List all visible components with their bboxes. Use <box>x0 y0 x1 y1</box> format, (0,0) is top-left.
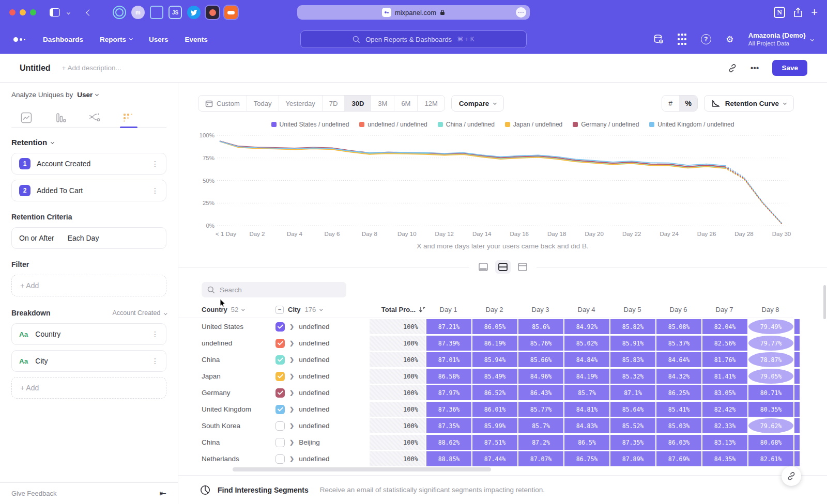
percent-toggle[interactable]: % <box>680 96 697 111</box>
close-window-button[interactable] <box>9 9 16 15</box>
tab-insights[interactable] <box>16 108 37 128</box>
retention-step-2[interactable]: 2Added To Cart⋮ <box>11 180 166 201</box>
retention-criteria-card[interactable]: On or After Each Day <box>11 227 166 249</box>
copy-link-icon[interactable] <box>728 64 737 73</box>
bird-app-icon[interactable] <box>187 6 201 19</box>
global-search[interactable]: Open Reports & Dashboards ⌘ + K <box>300 30 527 48</box>
expand-row-icon[interactable]: ❯ <box>289 323 294 330</box>
minimize-window-button[interactable] <box>20 9 26 15</box>
expand-row-icon[interactable]: ❯ <box>289 373 294 380</box>
row-checkbox[interactable] <box>275 339 285 348</box>
collapse-sidebar-icon[interactable]: ⇤ <box>160 489 166 498</box>
kebab-menu-icon[interactable]: ⋮ <box>151 186 159 195</box>
city-column-header[interactable]: – City 176 <box>275 306 370 314</box>
data-management-icon[interactable] <box>652 33 665 45</box>
country-column-header[interactable]: Country 52 <box>178 306 275 313</box>
address-more-button[interactable]: ⋯ <box>516 7 526 18</box>
chart-type-dropdown[interactable]: Retention Curve <box>704 95 794 112</box>
expand-row-icon[interactable]: ❯ <box>289 340 294 346</box>
horizontal-scrollbar[interactable] <box>233 467 491 471</box>
row-checkbox[interactable] <box>275 454 285 464</box>
row-checkbox[interactable] <box>275 322 285 332</box>
find-segments-link[interactable]: Find Interesting Segments <box>218 486 309 494</box>
help-icon[interactable]: ? <box>700 33 712 45</box>
range-today[interactable]: Today <box>247 96 279 111</box>
absolute-numbers-toggle[interactable]: # <box>662 96 680 111</box>
soundcloud-app-icon[interactable] <box>224 6 238 19</box>
row-checkbox[interactable] <box>275 405 285 414</box>
breakdown-city[interactable]: AaCity⋮ <box>11 350 166 372</box>
expand-row-icon[interactable]: ❯ <box>289 455 294 462</box>
chart-only-view-icon[interactable] <box>476 260 491 274</box>
nav-item-events[interactable]: Events <box>185 36 208 43</box>
m-app-icon[interactable]: m <box>131 6 145 19</box>
range-30d[interactable]: 30D <box>345 96 371 111</box>
breakdown-scope-dropdown[interactable]: Account Created <box>112 309 166 317</box>
cube-app-icon[interactable] <box>150 6 163 19</box>
tab-overview-chevron-icon[interactable] <box>61 5 75 20</box>
filter-add-button[interactable]: + Add <box>11 275 166 296</box>
dark-app-icon[interactable] <box>206 6 219 19</box>
more-options-icon[interactable]: ••• <box>751 64 759 73</box>
retention-step-1[interactable]: 1Account Created⋮ <box>11 153 166 175</box>
expand-row-icon[interactable]: ❯ <box>289 439 294 446</box>
settings-gear-icon[interactable]: ⚙ <box>724 33 736 45</box>
tab-retention[interactable] <box>118 108 140 128</box>
legend-item[interactable]: undefined / undefined <box>359 121 427 128</box>
report-title[interactable]: Untitled <box>20 64 51 73</box>
table-search-input[interactable]: Search <box>202 282 346 297</box>
split-view-icon[interactable] <box>495 260 511 274</box>
expand-row-icon[interactable]: ❯ <box>289 356 294 363</box>
select-all-checkbox[interactable]: – <box>275 306 284 314</box>
legend-item[interactable]: United Kingdom / undefined <box>649 121 734 128</box>
kebab-menu-icon[interactable]: ⋮ <box>151 357 159 365</box>
project-switcher[interactable]: Amazonia {Demo} All Project Data <box>747 32 814 48</box>
legend-item[interactable]: Japan / undefined <box>505 121 562 128</box>
analyze-uniques-control[interactable]: Analyze Uniques by User <box>11 83 166 105</box>
js-app-icon[interactable]: JS <box>169 6 182 19</box>
legend-item[interactable]: United States / undefined <box>271 121 349 128</box>
row-checkbox[interactable] <box>275 438 285 447</box>
kebab-menu-icon[interactable]: ⋮ <box>151 330 159 338</box>
nav-item-dashboards[interactable]: Dashboards <box>43 36 83 43</box>
give-feedback-link[interactable]: Give Feedback <box>11 490 56 497</box>
save-button[interactable]: Save <box>772 60 807 76</box>
sidebar-toggle-icon[interactable] <box>48 5 62 20</box>
zoom-window-button[interactable] <box>30 9 36 15</box>
legend-item[interactable]: China / undefined <box>438 121 495 128</box>
row-checkbox[interactable] <box>275 372 285 381</box>
apps-grid-icon[interactable] <box>676 33 688 45</box>
kebab-menu-icon[interactable]: ⋮ <box>151 160 159 168</box>
table-only-view-icon[interactable] <box>515 260 530 274</box>
range-12m[interactable]: 12M <box>418 96 444 111</box>
add-description[interactable]: + Add description... <box>62 64 121 72</box>
notion-extension-icon[interactable]: N <box>774 7 785 18</box>
range-yesterday[interactable]: Yesterday <box>279 96 323 111</box>
mixpanel-logo[interactable] <box>13 37 25 42</box>
target-app-icon[interactable] <box>113 6 126 19</box>
range-7d[interactable]: 7D <box>323 96 345 111</box>
address-bar[interactable]: mixpanel.com ⋯ <box>297 5 530 20</box>
nav-item-reports[interactable]: Reports <box>100 36 132 43</box>
range-3m[interactable]: 3M <box>371 96 394 111</box>
row-checkbox[interactable] <box>275 355 285 365</box>
new-tab-icon[interactable]: + <box>811 7 818 18</box>
range-custom[interactable]: Custom <box>198 96 247 111</box>
expand-row-icon[interactable]: ❯ <box>289 422 294 429</box>
criteria-each-day[interactable]: Each Day <box>68 234 99 242</box>
range-6m[interactable]: 6M <box>394 96 418 111</box>
back-icon[interactable] <box>82 5 96 20</box>
compare-button[interactable]: Compare <box>451 95 504 112</box>
share-icon[interactable] <box>793 7 803 18</box>
nav-item-users[interactable]: Users <box>149 36 169 43</box>
breakdown-country[interactable]: AaCountry⋮ <box>11 323 166 345</box>
row-checkbox[interactable] <box>275 388 285 398</box>
retention-section-header[interactable]: Retention <box>11 138 166 147</box>
expand-row-icon[interactable]: ❯ <box>289 389 294 396</box>
breakdown-add-button[interactable]: + Add <box>11 377 166 399</box>
criteria-on-or-after[interactable]: On or After <box>19 234 54 242</box>
vertical-scrollbar[interactable] <box>823 285 826 319</box>
expand-row-icon[interactable]: ❯ <box>289 406 294 413</box>
tab-funnels[interactable] <box>50 108 71 128</box>
legend-item[interactable]: Germany / undefined <box>573 121 639 128</box>
